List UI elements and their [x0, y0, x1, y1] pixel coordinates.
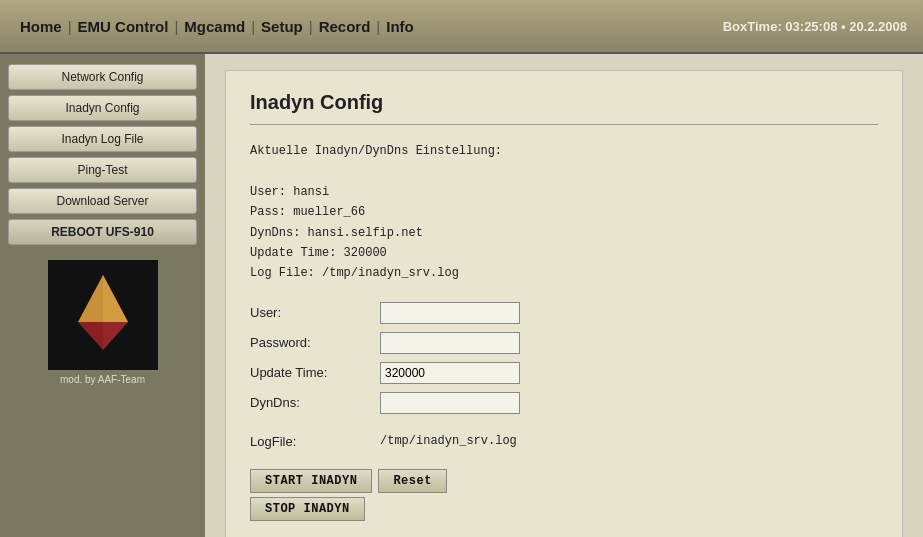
- logo-icon: [68, 270, 138, 360]
- user-label: User:: [250, 305, 380, 320]
- form-section: User: Password: Update Time: DynDns:: [250, 302, 878, 414]
- info-heading: Aktuelle Inadyn/DynDns Einstellung:: [250, 141, 878, 161]
- sidebar-btn-ping-test[interactable]: Ping-Test: [8, 157, 197, 183]
- logfile-row: LogFile: /tmp/inadyn_srv.log: [250, 434, 878, 449]
- info-section: Aktuelle Inadyn/DynDns Einstellung: User…: [250, 141, 878, 284]
- nav-sep-4: |: [307, 18, 315, 35]
- button-section: START INADYN Reset STOP INADYN: [250, 469, 878, 521]
- logo-area: mod. by AAF-Team: [8, 260, 197, 385]
- password-label: Password:: [250, 335, 380, 350]
- sidebar-btn-network-config[interactable]: Network Config: [8, 64, 197, 90]
- info-line-0: User: hansi: [250, 182, 878, 202]
- divider: [250, 124, 878, 125]
- dyndns-label: DynDns:: [250, 395, 380, 410]
- nav-mgcamd[interactable]: Mgcamd: [180, 16, 249, 37]
- sidebar: Network Config Inadyn Config Inadyn Log …: [0, 54, 205, 537]
- box-time-value: 03:25:08 • 20.2.2008: [785, 19, 907, 34]
- nav-sep-5: |: [374, 18, 382, 35]
- password-input[interactable]: [380, 332, 520, 354]
- logfile-label: LogFile:: [250, 434, 380, 449]
- svg-marker-3: [103, 322, 128, 350]
- sidebar-btn-inadyn-config[interactable]: Inadyn Config: [8, 95, 197, 121]
- logo-caption: mod. by AAF-Team: [60, 374, 145, 385]
- dyndns-input[interactable]: [380, 392, 520, 414]
- nav-record[interactable]: Record: [315, 16, 375, 37]
- nav-setup[interactable]: Setup: [257, 16, 307, 37]
- sidebar-btn-download-server[interactable]: Download Server: [8, 188, 197, 214]
- svg-marker-1: [103, 275, 128, 322]
- box-time-label: BoxTime:: [723, 19, 782, 34]
- nav-sep-1: |: [66, 18, 74, 35]
- info-line-3: Update Time: 320000: [250, 243, 878, 263]
- button-row-top: START INADYN Reset: [250, 469, 878, 493]
- stop-inadyn-button[interactable]: STOP INADYN: [250, 497, 365, 521]
- update-time-label: Update Time:: [250, 365, 380, 380]
- header: Home | EMU Control | Mgcamd | Setup | Re…: [0, 0, 923, 54]
- logo-box: [48, 260, 158, 370]
- logfile-value: /tmp/inadyn_srv.log: [380, 434, 517, 448]
- update-time-input[interactable]: [380, 362, 520, 384]
- start-inadyn-button[interactable]: START INADYN: [250, 469, 372, 493]
- button-row-bottom: STOP INADYN: [250, 497, 878, 521]
- info-line-2: DynDns: hansi.selfip.net: [250, 223, 878, 243]
- nav-emu-control[interactable]: EMU Control: [74, 16, 173, 37]
- sidebar-btn-inadyn-log-file[interactable]: Inadyn Log File: [8, 126, 197, 152]
- nav-sep-2: |: [172, 18, 180, 35]
- box-time: BoxTime: 03:25:08 • 20.2.2008: [723, 19, 907, 34]
- info-line-1: Pass: mueller_66: [250, 202, 878, 222]
- info-line-4: Log File: /tmp/inadyn_srv.log: [250, 263, 878, 283]
- nav-home[interactable]: Home: [16, 16, 66, 37]
- sidebar-btn-reboot[interactable]: REBOOT UFS-910: [8, 219, 197, 245]
- reset-button[interactable]: Reset: [378, 469, 447, 493]
- nav-info[interactable]: Info: [382, 16, 418, 37]
- nav: Home | EMU Control | Mgcamd | Setup | Re…: [16, 16, 418, 37]
- nav-sep-3: |: [249, 18, 257, 35]
- content-area: Inadyn Config Aktuelle Inadyn/DynDns Ein…: [205, 54, 923, 537]
- content-inner: Inadyn Config Aktuelle Inadyn/DynDns Ein…: [225, 70, 903, 537]
- page-title: Inadyn Config: [250, 91, 878, 114]
- main-layout: Network Config Inadyn Config Inadyn Log …: [0, 54, 923, 537]
- user-input[interactable]: [380, 302, 520, 324]
